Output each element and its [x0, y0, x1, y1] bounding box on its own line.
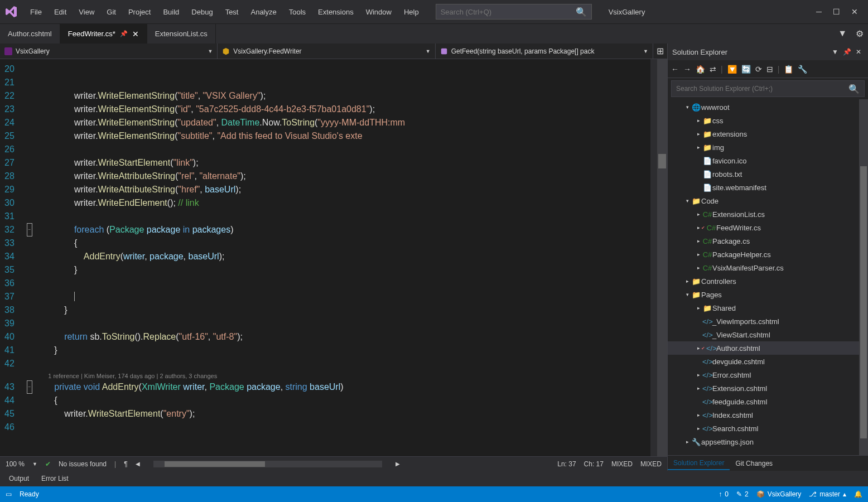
menu-test[interactable]: Test — [220, 6, 244, 18]
tab-feedwriter-cs-[interactable]: FeedWriter.cs*📌✕ — [60, 24, 147, 44]
bottom-tab-error-list[interactable]: Error List — [36, 472, 74, 485]
menu-window[interactable]: Window — [360, 6, 397, 18]
cursor-col[interactable]: Ch: 17 — [584, 460, 604, 468]
tree-item-css[interactable]: ▸📁css — [668, 114, 868, 127]
tree-item-extensionlist-cs[interactable]: ▸C#ExtensionList.cs — [668, 207, 868, 221]
tree-item-search-cshtml[interactable]: ▸</>Search.cshtml — [668, 422, 868, 435]
tab-extensionlist-cs[interactable]: ExtensionList.cs — [147, 24, 216, 44]
status-publish[interactable]: ↑ 0 — [718, 490, 729, 498]
expand-icon[interactable]: ▸ — [695, 238, 702, 244]
tree-item--viewstart-cshtml[interactable]: </>_ViewStart.cshtml — [668, 328, 868, 341]
expand-icon[interactable]: ▸ — [695, 131, 702, 137]
pending-filter-button[interactable]: 🔽 — [727, 65, 737, 74]
maximize-button[interactable]: ☐ — [833, 7, 840, 16]
menu-extensions[interactable]: Extensions — [312, 6, 359, 18]
tree-item-shared[interactable]: ▸📁Shared — [668, 301, 868, 315]
sync-button[interactable]: 🔄 — [741, 65, 751, 74]
tab-settings-icon[interactable]: ⚙ — [851, 24, 868, 44]
tree-item-code[interactable]: ▾📁Code — [668, 194, 868, 207]
tree-item-vsixmanifestparser-cs[interactable]: ▸C#VsixManifestParser.cs — [668, 261, 868, 274]
tree-item-index-cshtml[interactable]: ▸</>Index.cshtml — [668, 408, 868, 422]
close-tab-icon[interactable]: ✕ — [132, 30, 139, 38]
forward-button[interactable]: → — [683, 65, 691, 74]
menu-tools[interactable]: Tools — [283, 6, 311, 18]
tab-author-cshtml[interactable]: Author.cshtml — [0, 24, 60, 44]
tree-item-extension-cshtml[interactable]: ▸</>Extension.cshtml — [668, 382, 868, 395]
expand-icon[interactable]: ▸ — [695, 211, 702, 217]
tree-item-packagehelper-cs[interactable]: ▸C#PackageHelper.cs — [668, 248, 868, 261]
zoom-level[interactable]: 100 % — [6, 460, 25, 468]
menu-git[interactable]: Git — [101, 6, 122, 18]
menu-build[interactable]: Build — [157, 6, 185, 18]
cursor-line[interactable]: Ln: 37 — [557, 460, 576, 468]
fold-toggle[interactable]: − — [27, 223, 32, 236]
tabs-overflow-icon[interactable]: ▼ — [833, 24, 851, 44]
side-tab-solution-explorer[interactable]: Solution Explorer — [668, 457, 730, 470]
vertical-scrollbar[interactable] — [657, 59, 667, 456]
menu-project[interactable]: Project — [123, 6, 156, 18]
tree-item-error-cshtml[interactable]: ▸</>Error.cshtml — [668, 368, 868, 382]
issues-label[interactable]: No issues found — [59, 460, 107, 468]
code-content[interactable]: writer.WriteElementString("title", "VSIX… — [35, 59, 650, 456]
nav-dropdown-project[interactable]: VsixGallery▼ — [0, 44, 218, 59]
solution-tree[interactable]: ▾🌐wwwroot▸📁css▸📁extensions▸📁img📄favicon.… — [668, 99, 868, 455]
zoom-dropdown-icon[interactable]: ▼ — [32, 461, 37, 467]
search-input[interactable] — [441, 8, 576, 16]
tree-item-extensions[interactable]: ▸📁extensions — [668, 127, 868, 141]
tree-item-feedwriter-cs[interactable]: ▸✔C#FeedWriter.cs — [668, 221, 868, 234]
expand-icon[interactable]: ▸ — [695, 118, 702, 123]
expand-icon[interactable]: ▾ — [683, 104, 691, 110]
home-button[interactable]: 🏠 — [696, 65, 705, 74]
side-tab-git-changes[interactable]: Git Changes — [730, 457, 778, 470]
properties-button[interactable]: 🔧 — [798, 65, 807, 74]
menu-help[interactable]: Help — [398, 6, 425, 18]
panel-dropdown-icon[interactable]: ▼ — [830, 48, 841, 56]
back-button[interactable]: ← — [671, 65, 679, 74]
menu-view[interactable]: View — [73, 6, 100, 18]
fold-toggle[interactable]: − — [27, 380, 32, 394]
menu-debug[interactable]: Debug — [186, 6, 218, 18]
expand-icon[interactable]: ▸ — [695, 426, 702, 431]
expand-icon[interactable]: ▸ — [695, 385, 702, 391]
refresh-button[interactable]: ⟳ — [755, 65, 762, 74]
tree-item-favicon-ico[interactable]: 📄favicon.ico — [668, 154, 868, 167]
nav-dropdown-class[interactable]: VsixGallery.FeedWriter▼ — [218, 44, 435, 59]
solution-search[interactable]: 🔍 — [671, 80, 865, 97]
tree-item-appsettings-json[interactable]: ▸🔧appsettings.json — [668, 435, 868, 448]
status-repo[interactable]: 📦 VsixGallery — [756, 490, 802, 498]
notifications-icon[interactable]: 🔔 — [854, 490, 862, 498]
expand-icon[interactable]: ▸ — [695, 372, 702, 378]
tree-item-site-webmanifest[interactable]: 📄site.webmanifest — [668, 181, 868, 194]
minimize-button[interactable]: ─ — [816, 7, 822, 16]
tree-item-devguide-cshtml[interactable]: </>devguide.cshtml — [668, 355, 868, 368]
panel-pin-icon[interactable]: 📌 — [841, 48, 853, 56]
tree-item-wwwroot[interactable]: ▾🌐wwwroot — [668, 100, 868, 114]
expand-icon[interactable]: ▾ — [683, 292, 691, 297]
horizontal-scrollbar[interactable] — [153, 461, 382, 467]
menu-file[interactable]: File — [25, 6, 47, 18]
expand-icon[interactable]: ▸ — [695, 305, 702, 311]
tree-scrollbar[interactable] — [859, 99, 868, 455]
nav-dropdown-member[interactable]: GetFeed(string baseUrl, params Package[]… — [436, 44, 653, 59]
tree-item-pages[interactable]: ▾📁Pages — [668, 288, 868, 301]
switch-views-button[interactable]: ⇄ — [710, 65, 716, 74]
tree-item-img[interactable]: ▸📁img — [668, 141, 868, 154]
pin-icon[interactable]: 📌 — [120, 30, 128, 37]
close-button[interactable]: ✕ — [851, 7, 858, 16]
status-branch[interactable]: ⎇ master ▴ — [809, 490, 846, 498]
solution-search-input[interactable] — [676, 85, 848, 93]
tree-item-package-cs[interactable]: ▸C#Package.cs — [668, 234, 868, 248]
expand-icon[interactable]: ▸ — [683, 278, 691, 284]
tree-item-feedguide-cshtml[interactable]: </>feedguide.cshtml — [668, 395, 868, 408]
tree-item--viewimports-cshtml[interactable]: </>_ViewImports.cshtml — [668, 315, 868, 328]
code-editor[interactable]: 2021222324252627282930313233343536373839… — [0, 59, 667, 456]
expand-icon[interactable]: ▸ — [695, 252, 702, 257]
expand-icon[interactable]: ▸ — [683, 439, 691, 445]
expand-icon[interactable]: ▸ — [695, 412, 702, 418]
panel-close-icon[interactable]: ✕ — [853, 48, 864, 56]
expand-icon[interactable]: ▸ — [695, 144, 702, 150]
collapse-all-button[interactable]: ⊟ — [766, 65, 773, 74]
nav-next-icon[interactable]: ▶ — [396, 461, 400, 467]
nav-prev-icon[interactable]: ◀ — [136, 461, 140, 467]
bottom-tab-output[interactable]: Output — [3, 472, 35, 485]
